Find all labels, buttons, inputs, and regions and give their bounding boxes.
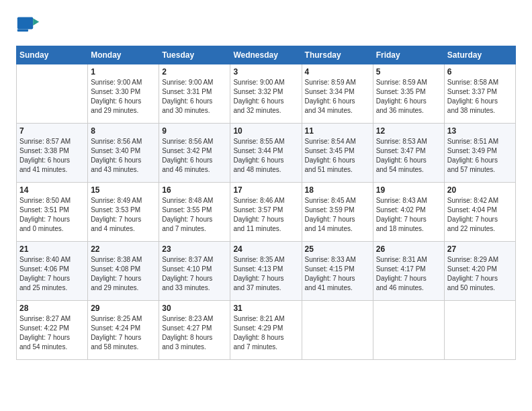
day-info: Sunrise: 8:57 AM Sunset: 3:38 PM Dayligh…: [19, 137, 85, 175]
calendar-cell: 21Sunrise: 8:40 AM Sunset: 4:06 PM Dayli…: [17, 242, 88, 301]
calendar-cell: 13Sunrise: 8:51 AM Sunset: 3:49 PM Dayli…: [444, 124, 515, 183]
weekday-header-sunday: Sunday: [17, 46, 88, 64]
day-number: 21: [19, 244, 85, 254]
logo: [16, 13, 43, 38]
day-info: Sunrise: 8:25 AM Sunset: 4:24 PM Dayligh…: [91, 314, 156, 352]
calendar-cell: 17Sunrise: 8:46 AM Sunset: 3:57 PM Dayli…: [230, 183, 302, 242]
calendar-cell: 30Sunrise: 8:23 AM Sunset: 4:27 PM Dayli…: [159, 301, 230, 360]
day-info: Sunrise: 8:54 AM Sunset: 3:45 PM Dayligh…: [305, 137, 370, 175]
day-number: 20: [447, 185, 513, 195]
day-info: Sunrise: 8:29 AM Sunset: 4:20 PM Dayligh…: [447, 255, 513, 293]
day-number: 5: [376, 67, 441, 77]
calendar-cell: 3Sunrise: 9:00 AM Sunset: 3:32 PM Daylig…: [230, 64, 302, 124]
weekday-header-row: SundayMondayTuesdayWednesdayThursdayFrid…: [17, 46, 516, 64]
day-info: Sunrise: 8:38 AM Sunset: 4:08 PM Dayligh…: [91, 255, 156, 293]
day-number: 10: [233, 126, 298, 136]
day-number: 17: [233, 185, 298, 195]
day-info: Sunrise: 8:53 AM Sunset: 3:47 PM Dayligh…: [376, 137, 441, 175]
calendar-cell: 27Sunrise: 8:29 AM Sunset: 4:20 PM Dayli…: [444, 242, 515, 301]
day-number: 26: [376, 244, 441, 254]
calendar-cell: [17, 64, 88, 124]
day-info: Sunrise: 8:21 AM Sunset: 4:29 PM Dayligh…: [233, 314, 298, 352]
calendar-week-row: 7Sunrise: 8:57 AM Sunset: 3:38 PM Daylig…: [17, 124, 516, 183]
calendar-cell: 22Sunrise: 8:38 AM Sunset: 4:08 PM Dayli…: [88, 242, 159, 301]
header: [16, 13, 516, 38]
day-number: 4: [305, 67, 370, 77]
calendar-week-row: 1Sunrise: 9:00 AM Sunset: 3:30 PM Daylig…: [17, 64, 516, 124]
day-number: 7: [19, 126, 85, 136]
calendar-cell: 25Sunrise: 8:33 AM Sunset: 4:15 PM Dayli…: [302, 242, 373, 301]
calendar-cell: [302, 301, 373, 360]
svg-rect-2: [17, 29, 28, 32]
calendar-cell: 5Sunrise: 8:59 AM Sunset: 3:35 PM Daylig…: [373, 64, 444, 124]
calendar-cell: 7Sunrise: 8:57 AM Sunset: 3:38 PM Daylig…: [17, 124, 88, 183]
calendar-cell: 1Sunrise: 9:00 AM Sunset: 3:30 PM Daylig…: [88, 64, 159, 124]
day-info: Sunrise: 8:27 AM Sunset: 4:22 PM Dayligh…: [19, 314, 85, 352]
calendar-week-row: 14Sunrise: 8:50 AM Sunset: 3:51 PM Dayli…: [17, 183, 516, 242]
day-number: 25: [305, 244, 370, 254]
weekday-header-friday: Friday: [373, 46, 444, 64]
day-number: 16: [162, 185, 227, 195]
day-info: Sunrise: 9:00 AM Sunset: 3:30 PM Dayligh…: [91, 78, 156, 116]
calendar-cell: 16Sunrise: 8:48 AM Sunset: 3:55 PM Dayli…: [159, 183, 230, 242]
day-number: 27: [447, 244, 513, 254]
calendar-cell: [444, 301, 515, 360]
svg-rect-0: [17, 17, 33, 29]
calendar-cell: 29Sunrise: 8:25 AM Sunset: 4:24 PM Dayli…: [88, 301, 159, 360]
calendar-cell: 14Sunrise: 8:50 AM Sunset: 3:51 PM Dayli…: [17, 183, 88, 242]
day-number: 13: [447, 126, 513, 136]
calendar-cell: 26Sunrise: 8:31 AM Sunset: 4:17 PM Dayli…: [373, 242, 444, 301]
day-info: Sunrise: 8:59 AM Sunset: 3:35 PM Dayligh…: [376, 78, 441, 116]
day-info: Sunrise: 8:33 AM Sunset: 4:15 PM Dayligh…: [305, 255, 370, 293]
day-number: 12: [376, 126, 441, 136]
day-info: Sunrise: 8:56 AM Sunset: 3:42 PM Dayligh…: [162, 137, 227, 175]
day-info: Sunrise: 9:00 AM Sunset: 3:31 PM Dayligh…: [162, 78, 227, 116]
day-info: Sunrise: 8:49 AM Sunset: 3:53 PM Dayligh…: [91, 196, 156, 234]
day-info: Sunrise: 8:58 AM Sunset: 3:37 PM Dayligh…: [447, 78, 513, 116]
day-number: 19: [376, 185, 441, 195]
calendar-cell: 11Sunrise: 8:54 AM Sunset: 3:45 PM Dayli…: [302, 124, 373, 183]
calendar-cell: 19Sunrise: 8:43 AM Sunset: 4:02 PM Dayli…: [373, 183, 444, 242]
day-number: 22: [91, 244, 156, 254]
day-number: 6: [447, 67, 513, 77]
day-info: Sunrise: 8:40 AM Sunset: 4:06 PM Dayligh…: [19, 255, 85, 293]
day-number: 30: [162, 304, 227, 313]
calendar-cell: 9Sunrise: 8:56 AM Sunset: 3:42 PM Daylig…: [159, 124, 230, 183]
day-info: Sunrise: 8:35 AM Sunset: 4:13 PM Dayligh…: [233, 255, 298, 293]
day-info: Sunrise: 8:59 AM Sunset: 3:34 PM Dayligh…: [305, 78, 370, 116]
weekday-header-tuesday: Tuesday: [159, 46, 230, 64]
day-info: Sunrise: 8:46 AM Sunset: 3:57 PM Dayligh…: [233, 196, 298, 234]
calendar-cell: 4Sunrise: 8:59 AM Sunset: 3:34 PM Daylig…: [302, 64, 373, 124]
day-info: Sunrise: 8:45 AM Sunset: 3:59 PM Dayligh…: [305, 196, 370, 234]
day-number: 29: [91, 304, 156, 313]
calendar-cell: 12Sunrise: 8:53 AM Sunset: 3:47 PM Dayli…: [373, 124, 444, 183]
calendar-table: SundayMondayTuesdayWednesdayThursdayFrid…: [16, 46, 516, 360]
weekday-header-wednesday: Wednesday: [230, 46, 302, 64]
calendar-week-row: 28Sunrise: 8:27 AM Sunset: 4:22 PM Dayli…: [17, 301, 516, 360]
day-number: 1: [91, 67, 156, 77]
day-info: Sunrise: 8:48 AM Sunset: 3:55 PM Dayligh…: [162, 196, 227, 234]
day-info: Sunrise: 8:37 AM Sunset: 4:10 PM Dayligh…: [162, 255, 227, 293]
day-info: Sunrise: 8:42 AM Sunset: 4:04 PM Dayligh…: [447, 196, 513, 234]
calendar-week-row: 21Sunrise: 8:40 AM Sunset: 4:06 PM Dayli…: [17, 242, 516, 301]
day-number: 2: [162, 67, 227, 77]
svg-marker-1: [33, 18, 39, 26]
calendar-cell: 20Sunrise: 8:42 AM Sunset: 4:04 PM Dayli…: [444, 183, 515, 242]
calendar-cell: 23Sunrise: 8:37 AM Sunset: 4:10 PM Dayli…: [159, 242, 230, 301]
day-info: Sunrise: 8:56 AM Sunset: 3:40 PM Dayligh…: [91, 137, 156, 175]
calendar-cell: 31Sunrise: 8:21 AM Sunset: 4:29 PM Dayli…: [230, 301, 302, 360]
day-number: 14: [19, 185, 85, 195]
calendar-cell: 28Sunrise: 8:27 AM Sunset: 4:22 PM Dayli…: [17, 301, 88, 360]
day-info: Sunrise: 8:23 AM Sunset: 4:27 PM Dayligh…: [162, 314, 227, 352]
day-number: 3: [233, 67, 298, 77]
weekday-header-thursday: Thursday: [302, 46, 373, 64]
page: SundayMondayTuesdayWednesdayThursdayFrid…: [0, 0, 532, 411]
day-number: 15: [91, 185, 156, 195]
weekday-header-monday: Monday: [88, 46, 159, 64]
calendar-cell: 10Sunrise: 8:55 AM Sunset: 3:44 PM Dayli…: [230, 124, 302, 183]
calendar-cell: 15Sunrise: 8:49 AM Sunset: 3:53 PM Dayli…: [88, 183, 159, 242]
day-number: 23: [162, 244, 227, 254]
day-info: Sunrise: 8:55 AM Sunset: 3:44 PM Dayligh…: [233, 137, 298, 175]
day-number: 18: [305, 185, 370, 195]
calendar-cell: 2Sunrise: 9:00 AM Sunset: 3:31 PM Daylig…: [159, 64, 230, 124]
